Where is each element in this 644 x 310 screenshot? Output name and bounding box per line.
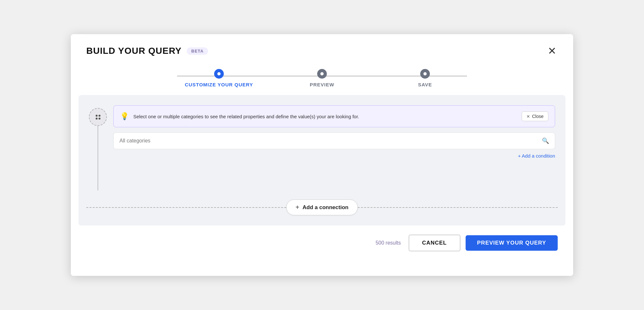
search-icon: 🔍: [542, 137, 549, 144]
step-customize: CUSTOMIZE YOUR QUERY: [167, 69, 270, 87]
dot-4: [99, 118, 100, 120]
info-banner-left: 💡 Select one or multiple categories to s…: [120, 112, 359, 121]
stepper: CUSTOMIZE YOUR QUERY PREVIEW SAVE: [71, 57, 573, 95]
step-circle-save: [420, 69, 430, 79]
dot-1: [96, 115, 98, 117]
title-group: BUILD YOUR QUERY BETA: [86, 46, 208, 56]
modal-header: BUILD YOUR QUERY BETA ✕: [71, 34, 573, 57]
vertical-connector: [98, 126, 98, 190]
connection-separator: + Add a connection: [86, 199, 558, 215]
add-connection-button[interactable]: + Add a connection: [286, 199, 358, 215]
step-save: SAVE: [374, 69, 477, 87]
modal-title: BUILD YOUR QUERY: [86, 46, 182, 56]
step-circle-inner-customize: [217, 72, 221, 75]
builder-content: 💡 Select one or multiple categories to s…: [113, 105, 555, 161]
info-banner-text: Select one or multiple categories to see…: [133, 114, 359, 119]
dot-2: [99, 115, 100, 117]
add-connection-label: Add a connection: [303, 204, 349, 211]
search-wrap: 🔍: [113, 132, 555, 149]
close-banner-label: Close: [532, 114, 544, 119]
modal-container: BUILD YOUR QUERY BETA ✕ CUSTOMIZE YOUR Q…: [71, 34, 573, 276]
modal-footer: 500 results CANCEL PREVIEW YOUR QUERY: [71, 226, 573, 260]
preview-query-button[interactable]: PREVIEW YOUR QUERY: [466, 235, 558, 251]
step-preview: PREVIEW: [270, 69, 374, 87]
node-icon-dots: [96, 115, 100, 120]
category-search-input[interactable]: [119, 138, 542, 144]
plus-icon: +: [296, 204, 299, 211]
dot-3: [96, 118, 98, 120]
results-count: 500 results: [375, 240, 401, 246]
info-banner: 💡 Select one or multiple categories to s…: [113, 105, 555, 127]
step-label-save: SAVE: [418, 82, 432, 87]
builder-row: 💡 Select one or multiple categories to s…: [89, 105, 555, 190]
main-builder-area: 💡 Select one or multiple categories to s…: [79, 95, 565, 226]
step-label-preview: PREVIEW: [310, 82, 334, 87]
step-circle-inner-preview: [320, 72, 324, 75]
dot-row-bottom: [96, 118, 100, 120]
dot-row-top: [96, 115, 100, 117]
step-circle-inner-save: [423, 72, 427, 75]
beta-badge: BETA: [187, 47, 208, 55]
close-modal-button[interactable]: ✕: [546, 44, 558, 57]
step-circle-preview: [317, 69, 327, 79]
add-condition-button[interactable]: + Add a condition: [518, 153, 555, 159]
cancel-button[interactable]: CANCEL: [409, 235, 460, 251]
step-circle-customize: [214, 69, 224, 79]
dashed-line-right: [358, 207, 558, 208]
node-icon: [89, 108, 107, 126]
step-label-customize: CUSTOMIZE YOUR QUERY: [185, 82, 253, 87]
close-banner-button[interactable]: ✕ Close: [522, 111, 548, 121]
add-condition-row: + Add a condition: [113, 153, 555, 159]
dashed-line-left: [86, 207, 286, 208]
banner-close-x-icon: ✕: [526, 114, 530, 119]
bulb-icon: 💡: [120, 112, 129, 121]
